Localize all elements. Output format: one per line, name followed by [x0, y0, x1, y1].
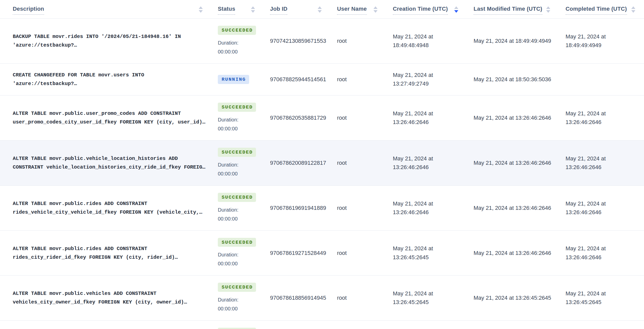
job-completed-time: May 21, 2024 at 13:26:46:2646 [559, 95, 644, 141]
job-duration: Duration: 00:00:00 [218, 205, 262, 223]
job-description-cell[interactable]: ALTER TABLE movr.public.rides ADD CONSTR… [0, 185, 211, 230]
sort-arrows-icon[interactable] [546, 6, 550, 13]
job-status-cell: RUNNING [211, 64, 264, 95]
column-label: Completed Time (UTC) [566, 6, 627, 15]
job-id: 970678825944514561 [264, 64, 330, 95]
job-duration: Duration: 00:00:00 [218, 115, 262, 133]
job-row[interactable]: ALTER TABLE movr.public.rides ADD CONSTR… [0, 185, 644, 230]
duration-label: Duration: [218, 38, 262, 47]
job-row[interactable]: ALTER TABLE movr.public.vehicles ADD CON… [0, 276, 644, 321]
job-status-cell: SUCCEEDED Duration: 00:00:00 [211, 95, 264, 141]
job-row[interactable]: IMPORT INTO movr.public.rides CSV DATA (… [0, 321, 644, 329]
job-description[interactable]: BACKUP TABLE movr.rides INTO '/2024/05/2… [13, 34, 181, 48]
job-completed-time: May 21, 2024 at 13:26:46:2646 [559, 230, 644, 276]
duration-value: 00:00:00 [218, 214, 262, 223]
duration-label: Duration: [218, 250, 262, 259]
job-description[interactable]: CREATE CHANGEFEED FOR TABLE movr.users I… [13, 72, 144, 87]
column-label: Description [13, 6, 44, 15]
job-description[interactable]: ALTER TABLE movr.public.rides ADD CONSTR… [13, 246, 178, 260]
job-description[interactable]: ALTER TABLE movr.public.user_promo_codes… [13, 111, 205, 125]
job-creation-time: May 21, 2024 at 13:26:43:2643 [386, 321, 467, 329]
job-last-modified-time: May 21, 2024 at 13:26:45:2645 [467, 276, 559, 321]
duration-label: Duration: [218, 160, 262, 169]
job-description-cell[interactable]: ALTER TABLE movr.public.user_promo_codes… [0, 95, 211, 141]
duration-value: 00:00:00 [218, 304, 262, 313]
job-completed-time: May 21, 2024 at 13:26:44:2644 [559, 321, 644, 329]
job-description-cell[interactable]: ALTER TABLE movr.public.vehicles ADD CON… [0, 276, 211, 321]
job-id: 970678620535881729 [264, 95, 330, 141]
job-id: 970678618856914945 [264, 276, 330, 321]
job-creation-time: May 21, 2024 at 18:49:48:4948 [386, 19, 467, 64]
sort-arrows-icon[interactable] [631, 6, 635, 13]
job-last-modified-time: May 21, 2024 at 13:26:46:2646 [467, 185, 559, 230]
job-id: 970678619271528449 [264, 230, 330, 276]
status-badge: SUCCEEDED [218, 328, 256, 329]
column-header-creation-time[interactable]: Creation Time (UTC) [386, 0, 467, 19]
job-row[interactable]: CREATE CHANGEFEED FOR TABLE movr.users I… [0, 64, 644, 95]
duration-label: Duration: [218, 205, 262, 214]
job-id: 970742130859671553 [264, 19, 330, 64]
sort-arrows-icon[interactable] [318, 6, 322, 13]
job-status-cell: SUCCEEDED Duration: 00:00:00 [211, 19, 264, 64]
sort-arrows-icon[interactable] [373, 6, 378, 13]
sort-arrows-icon[interactable] [199, 6, 203, 13]
column-header-description[interactable]: Description [0, 0, 211, 19]
jobs-table-header: Description Status Job ID User Name [0, 0, 644, 19]
jobs-table: Description Status Job ID User Name [0, 0, 644, 329]
column-header-completed-time[interactable]: Completed Time (UTC) [559, 0, 644, 19]
job-creation-time: May 21, 2024 at 13:26:46:2646 [386, 185, 467, 230]
job-duration: Duration: 00:00:00 [218, 160, 262, 178]
job-duration: Duration: 00:00:00 [218, 250, 262, 268]
column-header-job-id[interactable]: Job ID [264, 0, 330, 19]
status-badge: SUCCEEDED [218, 193, 256, 202]
job-last-modified-time: May 21, 2024 at 13:26:46:2646 [467, 141, 559, 186]
job-description[interactable]: ALTER TABLE movr.public.rides ADD CONSTR… [13, 201, 202, 215]
job-row[interactable]: ALTER TABLE movr.public.user_promo_codes… [0, 95, 644, 141]
job-creation-time: May 21, 2024 at 13:26:46:2646 [386, 95, 467, 141]
status-badge: RUNNING [218, 75, 249, 84]
job-completed-time: May 21, 2024 at 18:49:49:4949 [559, 19, 644, 64]
job-row[interactable]: ALTER TABLE movr.public.rides ADD CONSTR… [0, 230, 644, 276]
job-user-name: root [330, 19, 386, 64]
job-status-cell: SUCCEEDED Duration: 00:00:00 [211, 185, 264, 230]
job-description-cell[interactable]: ALTER TABLE movr.public.vehicle_location… [0, 141, 211, 186]
job-last-modified-time: May 21, 2024 at 13:26:46:2646 [467, 230, 559, 276]
column-label: Job ID [270, 6, 287, 15]
column-label: User Name [337, 6, 367, 15]
job-status-cell: SUCCEEDED Duration: 00:00:00 [211, 230, 264, 276]
job-user-name: root [330, 185, 386, 230]
column-header-status[interactable]: Status [211, 0, 264, 19]
column-label: Last Modified Time (UTC) [474, 6, 542, 15]
sort-arrows-icon[interactable] [251, 6, 255, 13]
duration-label: Duration: [218, 295, 262, 304]
job-description[interactable]: ALTER TABLE movr.public.vehicles ADD CON… [13, 291, 187, 305]
job-creation-time: May 21, 2024 at 13:26:46:2646 [386, 141, 467, 186]
job-completed-time [559, 64, 644, 95]
status-badge: SUCCEEDED [218, 148, 256, 157]
job-description-cell[interactable]: BACKUP TABLE movr.rides INTO '/2024/05/2… [0, 19, 211, 64]
job-duration: Duration: 00:00:00 [218, 295, 262, 313]
job-user-name: root [330, 64, 386, 95]
duration-label: Duration: [218, 115, 262, 124]
column-header-user-name[interactable]: User Name [330, 0, 386, 19]
sort-arrows-icon[interactable] [454, 6, 458, 13]
column-header-last-modified-time[interactable]: Last Modified Time (UTC) [467, 0, 559, 19]
job-description-cell[interactable]: ALTER TABLE movr.public.rides ADD CONSTR… [0, 230, 211, 276]
duration-value: 00:00:00 [218, 124, 262, 133]
job-description-cell[interactable]: CREATE CHANGEFEED FOR TABLE movr.users I… [0, 64, 211, 95]
job-row[interactable]: ALTER TABLE movr.public.vehicle_location… [0, 141, 644, 186]
job-completed-time: May 21, 2024 at 13:26:45:2645 [559, 276, 644, 321]
job-description[interactable]: ALTER TABLE movr.public.vehicle_location… [13, 156, 205, 170]
job-user-name: root [330, 230, 386, 276]
job-description-cell[interactable]: IMPORT INTO movr.public.rides CSV DATA (… [0, 321, 211, 329]
job-status-cell: SUCCEEDED Duration: 00:00:00 [211, 321, 264, 329]
job-creation-time: May 21, 2024 at 13:26:45:2645 [386, 276, 467, 321]
job-completed-time: May 21, 2024 at 13:26:46:2646 [559, 141, 644, 186]
jobs-table-body: BACKUP TABLE movr.rides INTO '/2024/05/2… [0, 19, 644, 329]
job-last-modified-time: May 21, 2024 at 13:26:44:2644 [467, 321, 559, 329]
job-creation-time: May 21, 2024 at 13:26:45:2645 [386, 230, 467, 276]
job-user-name: root [330, 321, 386, 329]
job-duration: Duration: 00:00:00 [218, 38, 262, 56]
status-badge: SUCCEEDED [218, 283, 256, 292]
job-row[interactable]: BACKUP TABLE movr.rides INTO '/2024/05/2… [0, 19, 644, 64]
